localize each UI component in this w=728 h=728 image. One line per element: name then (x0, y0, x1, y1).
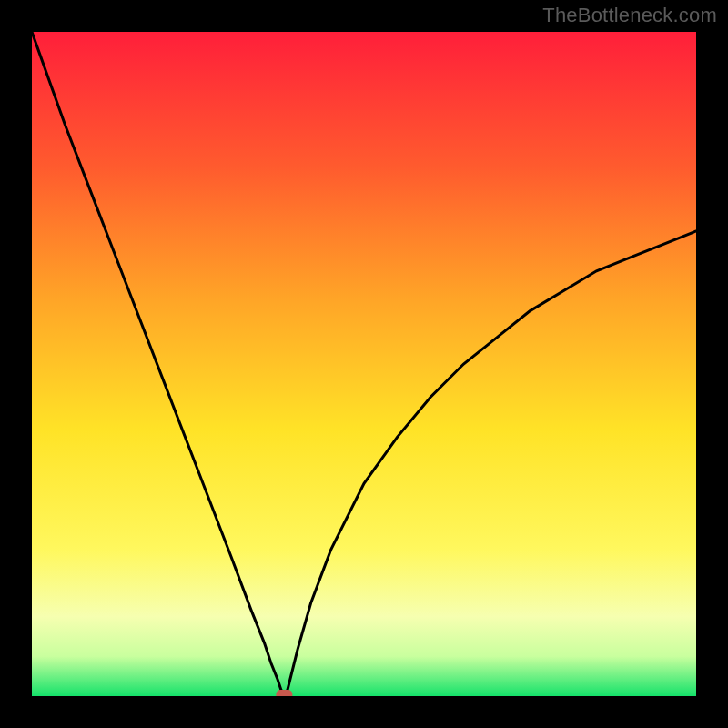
chart-canvas (32, 32, 696, 696)
optimum-marker (276, 690, 292, 696)
gradient-background (32, 32, 696, 696)
watermark-text: TheBottleneck.com (542, 4, 717, 27)
bottleneck-chart (32, 32, 696, 696)
